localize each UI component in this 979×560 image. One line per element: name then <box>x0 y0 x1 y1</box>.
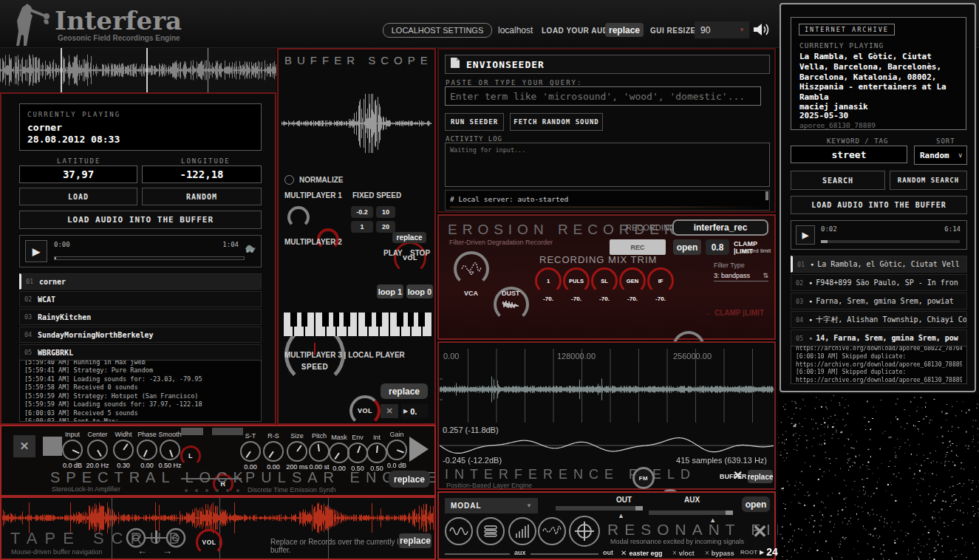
track-row[interactable]: 05 ● 14, Farna, Śrem, gmina Śrem, pow <box>791 329 967 346</box>
recording-name-box[interactable]: interfera_rec <box>672 219 768 236</box>
play-button[interactable]: ▶ <box>25 240 47 262</box>
track-row[interactable]: 04 ● 十字村, Alishan Township, Chiayi Co <box>791 311 967 328</box>
load-button[interactable]: LOAD <box>19 188 137 205</box>
track-row[interactable]: 05 WBRGBRKL <box>19 344 262 361</box>
latitude-field[interactable]: 37,97 <box>19 165 137 183</box>
trim-knob[interactable]: SL <box>591 267 618 294</box>
piano-black-key[interactable] <box>376 313 383 327</box>
mp3-replace-button[interactable]: replace <box>381 383 428 399</box>
close-icon[interactable]: ✕ <box>752 521 768 542</box>
seek-bar[interactable] <box>54 256 245 260</box>
search-button[interactable]: SEARCH <box>791 171 885 190</box>
spectral-mute-button[interactable]: ✕ <box>13 435 35 457</box>
vca-knob[interactable] <box>454 251 489 287</box>
spectral-knob[interactable]: Widht 0.30 <box>110 431 137 469</box>
track-row[interactable]: 01 corner <box>19 273 262 290</box>
localhost-settings-button[interactable]: LOCALHOST SETTINGS <box>383 23 492 38</box>
load-buffer-button[interactable]: LOAD AUDIO INTO THE BUFFER <box>19 211 262 229</box>
trim-knob[interactable]: GEN <box>619 267 646 294</box>
voct-toggle[interactable]: × v/oct <box>672 549 695 557</box>
piano-black-key[interactable] <box>344 313 350 327</box>
archive-load-buffer-button[interactable]: LOAD AUDIO INTO THE BUFFER <box>791 196 967 214</box>
overview-waveform-strip[interactable] <box>0 48 276 92</box>
fm-knob[interactable]: FM <box>632 467 655 489</box>
mp3-clear-button[interactable]: ✕ <box>381 404 398 418</box>
mp1-vol-knob[interactable]: VOL <box>394 242 426 274</box>
header-replace-button[interactable]: replace <box>605 23 644 37</box>
track-row[interactable]: 04 SundayMorningNorthBerkeley <box>19 327 262 343</box>
track-row[interactable]: 03 ● Farna, Śrem, gmina Śrem, powiat <box>791 293 967 310</box>
speed-preset-button[interactable]: -0.2 <box>351 206 373 218</box>
speed-preset-button[interactable]: 1 <box>351 221 373 233</box>
geo-log-console[interactable]: [5:59:40 AM] Running in Max jweb [5:59:4… <box>19 360 262 422</box>
piano-black-key[interactable] <box>397 313 403 327</box>
fetch-random-button[interactable]: FETCH RANDOM SOUND <box>510 113 603 131</box>
noise-icon[interactable] <box>538 517 566 545</box>
track-row[interactable]: 01 ● La Rambla, el Gòtic, Ciutat Vell <box>791 256 967 273</box>
gui-resize-dropdown[interactable]: 90 ▼ <box>695 21 749 38</box>
console-scrollbar[interactable] <box>765 191 768 200</box>
piano-black-key[interactable] <box>418 313 425 327</box>
seek-bar[interactable] <box>821 240 960 243</box>
clamp-value-box[interactable]: 0.8 <box>706 239 729 255</box>
trim-knob[interactable]: 1 <box>535 267 562 294</box>
keyword-input[interactable] <box>791 146 907 163</box>
piano-keyboard[interactable] <box>283 313 432 336</box>
archive-log-console[interactable]: https://archive.org/download/aporee_6802… <box>791 346 967 384</box>
interference-waveform[interactable] <box>440 349 774 423</box>
interference-scope[interactable] <box>440 434 774 457</box>
piano-black-key[interactable] <box>408 313 415 327</box>
out-slider[interactable]: ▲ <box>556 506 643 511</box>
run-seeder-button[interactable]: RUN SEEDER <box>445 113 504 131</box>
activity-log-box[interactable]: Waiting for input... <box>445 143 770 187</box>
track-row[interactable]: 02 WCAT <box>19 291 262 307</box>
normalize-toggle[interactable]: NORMALIZE <box>284 175 343 185</box>
spectral-knob[interactable]: Input 0.0 dB <box>59 431 86 469</box>
piano-black-key[interactable] <box>322 313 329 327</box>
filter-type-select[interactable]: 3: bandpass ⇅ <box>714 272 768 281</box>
rec-button[interactable]: REC <box>610 239 666 255</box>
query-input[interactable] <box>445 86 761 106</box>
spectral-knob[interactable]: Smooth 0.50 Hz <box>157 431 183 469</box>
seeder-console[interactable]: # Local server: auto-started <box>445 190 770 211</box>
if-replace-button[interactable]: replace <box>748 470 773 483</box>
starfield-visualization[interactable] <box>778 395 979 560</box>
easter-egg-toggle[interactable]: ✕ easter egg <box>621 549 662 557</box>
lock-l-knob[interactable]: L <box>180 445 201 466</box>
resonant-open-button[interactable]: open <box>742 496 770 512</box>
bars-icon[interactable] <box>508 517 536 545</box>
speed-preset-button[interactable]: 20 <box>376 221 395 233</box>
mp3-number-box[interactable]: ▶ 0. <box>401 404 428 418</box>
mp2-vol-knob[interactable]: VOL <box>349 395 381 426</box>
random-search-button[interactable]: RANDOM SEARCH <box>890 171 967 190</box>
tape-vol-knob[interactable]: VOL <box>196 529 222 556</box>
pulsar-replace-button[interactable]: replace <box>389 471 430 488</box>
tape-reels-icon[interactable]: ← → <box>124 527 192 556</box>
piano-black-key[interactable] <box>365 313 372 327</box>
sort-select[interactable]: Random ∨ <box>914 146 967 165</box>
aux-slider[interactable]: ▲ <box>649 511 733 515</box>
sine-icon[interactable] <box>445 517 473 545</box>
crosshair-icon[interactable] <box>569 516 600 547</box>
longitude-field[interactable]: -122,18 <box>142 165 262 183</box>
mp1-replace-button[interactable]: replace <box>392 232 426 243</box>
mode-dropdown[interactable]: MODAL ▼ <box>445 498 538 513</box>
trim-knob[interactable]: IF <box>647 267 674 294</box>
trim-knob[interactable]: PULS <box>563 267 590 294</box>
play-button[interactable]: ▶ <box>796 225 815 245</box>
speed-preset-button[interactable]: 10 <box>376 206 395 218</box>
piano-black-key[interactable] <box>333 313 340 327</box>
piano-black-key[interactable] <box>290 313 297 327</box>
tape-replace-button[interactable]: replace <box>399 533 431 548</box>
close-icon[interactable]: ✕ <box>733 468 743 482</box>
mp1-knob-a[interactable] <box>287 206 310 228</box>
loop-off-button[interactable]: loop 0 <box>406 284 433 298</box>
speaker-icon[interactable] <box>752 21 771 38</box>
buffer-waveform[interactable] <box>282 94 431 153</box>
track-row[interactable]: 02 ● F948+899 São Paulo, SP - In fron <box>791 274 967 291</box>
pulsar-knob[interactable]: R-S 0.00 <box>260 432 287 471</box>
track-row[interactable]: 03 RainyKitchen <box>19 309 262 325</box>
pulsar-knob[interactable]: Gain 0.0 dB <box>383 431 410 469</box>
open-button[interactable]: open <box>673 239 701 255</box>
pulsar-play-icon[interactable] <box>409 437 429 462</box>
